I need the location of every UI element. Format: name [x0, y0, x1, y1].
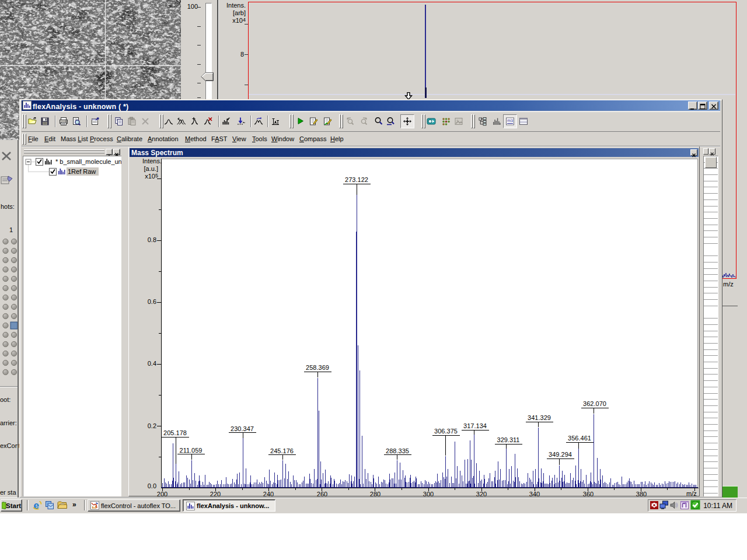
svg-text:m/z: m/z: [507, 118, 513, 123]
svg-text:341.329: 341.329: [528, 414, 551, 421]
svg-text:288.335: 288.335: [386, 447, 409, 454]
svg-text:273.122: 273.122: [345, 176, 368, 183]
svg-text:329.311: 329.311: [497, 436, 520, 443]
svg-text:211.059: 211.059: [180, 447, 203, 454]
svg-text:362.070: 362.070: [583, 400, 606, 407]
svg-text:258.369: 258.369: [306, 364, 329, 371]
svg-text:205.178: 205.178: [163, 429, 187, 436]
svg-text:306.375: 306.375: [434, 428, 458, 435]
svg-text:230.347: 230.347: [231, 425, 254, 432]
svg-text:317.134: 317.134: [463, 422, 487, 429]
svg-text:356.461: 356.461: [568, 435, 591, 442]
svg-text:245.176: 245.176: [270, 447, 294, 454]
svg-text:349.294: 349.294: [549, 451, 572, 458]
